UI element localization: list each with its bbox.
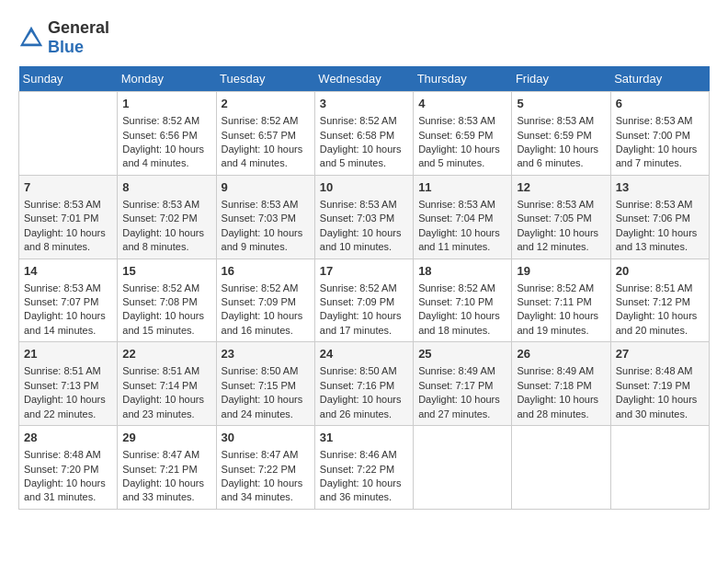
day-number: 22 xyxy=(122,346,210,362)
day-number: 18 xyxy=(418,263,506,280)
day-info: Sunrise: 8:46 AM xyxy=(320,448,408,462)
day-number: 19 xyxy=(517,263,605,280)
day-info: Sunrise: 8:47 AM xyxy=(222,448,310,462)
logo-icon xyxy=(18,25,44,51)
day-header-friday: Friday xyxy=(512,66,610,92)
day-info: Sunset: 7:01 PM xyxy=(24,212,112,225)
day-info: and 33 minutes. xyxy=(122,490,210,504)
day-number: 6 xyxy=(616,96,704,112)
day-info: Sunrise: 8:50 AM xyxy=(222,364,310,378)
day-info: Sunset: 6:57 PM xyxy=(222,129,310,143)
calendar-cell: 22Sunrise: 8:51 AMSunset: 7:14 PMDayligh… xyxy=(118,342,216,426)
day-info: Sunrise: 8:53 AM xyxy=(418,114,506,128)
day-info: Daylight: 10 hours xyxy=(418,226,506,240)
day-info: Daylight: 10 hours xyxy=(320,477,408,490)
day-info: and 26 minutes. xyxy=(320,408,408,421)
calendar-cell: 23Sunrise: 8:50 AMSunset: 7:15 PMDayligh… xyxy=(216,342,314,426)
calendar-cell xyxy=(610,426,709,510)
day-info: and 27 minutes. xyxy=(418,408,506,421)
calendar-cell: 5Sunrise: 8:53 AMSunset: 6:59 PMDaylight… xyxy=(512,92,610,176)
day-info: Daylight: 10 hours xyxy=(418,309,506,323)
day-info: and 31 minutes. xyxy=(24,490,112,504)
day-info: Daylight: 10 hours xyxy=(122,226,210,240)
day-info: and 7 minutes. xyxy=(616,156,704,170)
day-info: Sunset: 7:14 PM xyxy=(122,379,210,393)
day-info: Daylight: 10 hours xyxy=(24,393,112,407)
day-number: 9 xyxy=(222,179,310,196)
day-info: Daylight: 10 hours xyxy=(616,143,704,156)
day-info: Sunset: 7:12 PM xyxy=(616,295,704,309)
day-info: Sunset: 7:08 PM xyxy=(122,295,210,309)
day-header-monday: Monday xyxy=(118,66,216,92)
day-info: Sunrise: 8:53 AM xyxy=(320,198,408,212)
day-number: 16 xyxy=(222,263,310,280)
day-number: 15 xyxy=(122,263,210,280)
day-number: 11 xyxy=(418,179,506,196)
page-header: General Blue xyxy=(18,18,710,57)
day-info: Daylight: 10 hours xyxy=(222,477,310,490)
calendar-table: SundayMondayTuesdayWednesdayThursdayFrid… xyxy=(18,66,710,510)
day-number: 5 xyxy=(517,96,605,112)
calendar-week-row: 7Sunrise: 8:53 AMSunset: 7:01 PMDaylight… xyxy=(19,175,710,259)
day-number: 25 xyxy=(418,346,506,362)
day-info: Sunset: 7:13 PM xyxy=(24,379,112,393)
day-info: and 5 minutes. xyxy=(418,156,506,170)
day-info: Daylight: 10 hours xyxy=(222,143,310,156)
day-info: Sunset: 7:18 PM xyxy=(517,379,605,393)
calendar-cell: 26Sunrise: 8:49 AMSunset: 7:18 PMDayligh… xyxy=(512,342,610,426)
calendar-cell: 10Sunrise: 8:53 AMSunset: 7:03 PMDayligh… xyxy=(314,175,413,259)
day-info: Sunset: 7:16 PM xyxy=(320,379,408,393)
day-number: 27 xyxy=(616,346,704,362)
calendar-cell: 9Sunrise: 8:53 AMSunset: 7:03 PMDaylight… xyxy=(216,175,314,259)
day-info: Sunrise: 8:53 AM xyxy=(222,198,310,212)
calendar-cell: 8Sunrise: 8:53 AMSunset: 7:02 PMDaylight… xyxy=(118,175,216,259)
day-info: and 11 minutes. xyxy=(418,240,506,254)
day-info: and 28 minutes. xyxy=(517,408,605,421)
day-header-sunday: Sunday xyxy=(19,66,118,92)
day-info: and 12 minutes. xyxy=(517,240,605,254)
day-info: Daylight: 10 hours xyxy=(122,309,210,323)
day-info: Daylight: 10 hours xyxy=(616,309,704,323)
calendar-cell: 2Sunrise: 8:52 AMSunset: 6:57 PMDaylight… xyxy=(216,92,314,176)
calendar-cell: 12Sunrise: 8:53 AMSunset: 7:05 PMDayligh… xyxy=(512,175,610,259)
day-info: Sunset: 7:09 PM xyxy=(320,295,408,309)
day-info: Sunrise: 8:51 AM xyxy=(122,364,210,378)
day-info: Sunrise: 8:52 AM xyxy=(222,114,310,128)
day-header-thursday: Thursday xyxy=(414,66,512,92)
day-info: Daylight: 10 hours xyxy=(517,226,605,240)
day-info: Sunrise: 8:52 AM xyxy=(418,282,506,295)
calendar-cell: 30Sunrise: 8:47 AMSunset: 7:22 PMDayligh… xyxy=(216,426,314,510)
day-info: Sunrise: 8:53 AM xyxy=(616,114,704,128)
day-number: 24 xyxy=(320,346,408,362)
day-number: 8 xyxy=(122,179,210,196)
day-number: 12 xyxy=(517,179,605,196)
calendar-cell xyxy=(512,426,610,510)
calendar-cell: 1Sunrise: 8:52 AMSunset: 6:56 PMDaylight… xyxy=(118,92,216,176)
day-info: Sunrise: 8:53 AM xyxy=(24,282,112,295)
day-info: Daylight: 10 hours xyxy=(320,143,408,156)
day-info: Sunset: 6:56 PM xyxy=(122,129,210,143)
day-info: Sunrise: 8:52 AM xyxy=(320,114,408,128)
day-info: Daylight: 10 hours xyxy=(24,226,112,240)
day-number: 28 xyxy=(24,430,112,446)
day-number: 26 xyxy=(517,346,605,362)
day-info: Sunrise: 8:53 AM xyxy=(616,198,704,212)
day-number: 13 xyxy=(616,179,704,196)
calendar-cell: 3Sunrise: 8:52 AMSunset: 6:58 PMDaylight… xyxy=(314,92,413,176)
day-number: 3 xyxy=(320,96,408,112)
day-info: Daylight: 10 hours xyxy=(122,477,210,490)
day-info: Sunset: 6:59 PM xyxy=(418,129,506,143)
logo-text: General Blue xyxy=(48,18,109,57)
calendar-cell: 11Sunrise: 8:53 AMSunset: 7:04 PMDayligh… xyxy=(414,175,512,259)
calendar-cell: 28Sunrise: 8:48 AMSunset: 7:20 PMDayligh… xyxy=(19,426,118,510)
day-info: Daylight: 10 hours xyxy=(222,393,310,407)
day-info: Daylight: 10 hours xyxy=(222,226,310,240)
day-info: Sunset: 7:19 PM xyxy=(616,379,704,393)
day-info: and 17 minutes. xyxy=(320,324,408,338)
day-number: 31 xyxy=(320,430,408,446)
day-number: 21 xyxy=(24,346,112,362)
day-info: and 14 minutes. xyxy=(24,324,112,338)
day-info: Sunset: 7:06 PM xyxy=(616,212,704,225)
day-info: Daylight: 10 hours xyxy=(418,143,506,156)
day-info: and 22 minutes. xyxy=(24,408,112,421)
